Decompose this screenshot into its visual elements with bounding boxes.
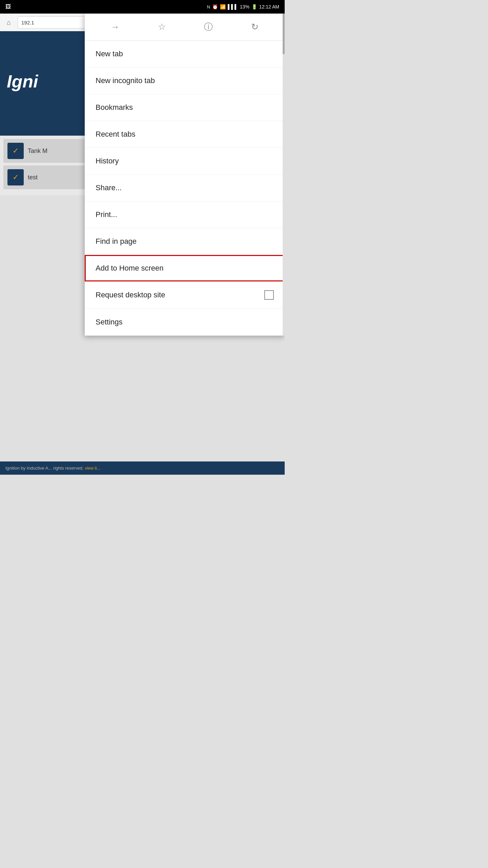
status-bar: 🖼 N ⏰ 📶 ▌▌▌ 13% 🔋 12:12 AM bbox=[0, 0, 285, 14]
status-bar-right: N ⏰ 📶 ▌▌▌ 13% 🔋 12:12 AM bbox=[207, 4, 279, 9]
time-display: 12:12 AM bbox=[259, 4, 279, 9]
menu-item-new-tab[interactable]: New tab bbox=[85, 41, 285, 67]
menu-item-share[interactable]: Share... bbox=[85, 175, 285, 201]
browser-menu: → ☆ ⓘ ↻ New tab New incognito tab Bookma… bbox=[85, 14, 285, 336]
signal-icon: ▌▌▌ bbox=[228, 4, 238, 9]
menu-scrollbar[interactable] bbox=[283, 14, 285, 336]
reload-button[interactable]: ↻ bbox=[247, 20, 263, 34]
menu-item-recent-tabs[interactable]: Recent tabs bbox=[85, 121, 285, 148]
menu-item-settings[interactable]: Settings bbox=[85, 309, 285, 336]
alarm-icon: ⏰ bbox=[212, 4, 218, 9]
footer-text: Ignition by Inductive A... rights reserv… bbox=[5, 466, 85, 471]
page-header-title: Igni bbox=[7, 71, 38, 92]
home-button[interactable]: ⌂ bbox=[3, 16, 15, 28]
menu-item-find-in-page[interactable]: Find in page bbox=[85, 228, 285, 255]
forward-button[interactable]: → bbox=[107, 20, 124, 34]
item-icon-2: ✓ bbox=[7, 169, 24, 185]
info-button[interactable]: ⓘ bbox=[200, 20, 217, 34]
menu-item-add-to-home-screen[interactable]: Add to Home screen bbox=[85, 255, 285, 281]
nfc-icon: N bbox=[207, 4, 210, 9]
menu-toolbar: → ☆ ⓘ ↻ bbox=[85, 14, 285, 41]
request-desktop-checkbox[interactable] bbox=[264, 290, 274, 300]
photo-icon: 🖼 bbox=[5, 4, 11, 10]
bookmark-button[interactable]: ☆ bbox=[154, 20, 170, 34]
item-label-2: test bbox=[28, 174, 38, 181]
item-label-1: Tank M bbox=[28, 147, 47, 155]
menu-scrollbar-thumb bbox=[283, 14, 285, 54]
footer-link[interactable]: view li... bbox=[85, 466, 100, 471]
battery-percent: 13% bbox=[240, 4, 249, 9]
item-icon-1: ✓ bbox=[7, 143, 24, 159]
menu-item-new-incognito-tab[interactable]: New incognito tab bbox=[85, 67, 285, 94]
menu-item-print[interactable]: Print... bbox=[85, 201, 285, 228]
status-bar-left: 🖼 bbox=[5, 4, 11, 10]
battery-icon: 🔋 bbox=[251, 4, 257, 9]
cast-icon: 📶 bbox=[220, 4, 226, 9]
menu-item-request-desktop-site[interactable]: Request desktop site bbox=[85, 281, 285, 309]
menu-item-history[interactable]: History bbox=[85, 148, 285, 175]
page-footer: Ignition by Inductive A... rights reserv… bbox=[0, 461, 285, 475]
menu-item-bookmarks[interactable]: Bookmarks bbox=[85, 94, 285, 121]
